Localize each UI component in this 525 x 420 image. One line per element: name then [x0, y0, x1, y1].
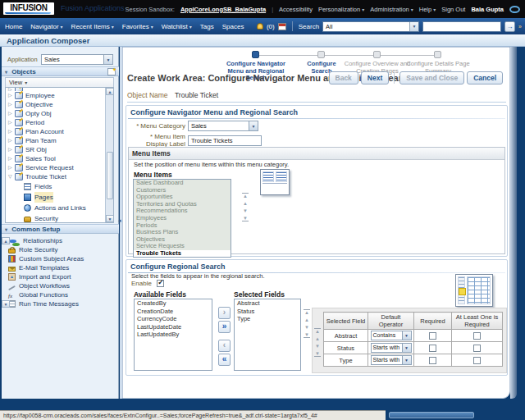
move-to-bottom-icon[interactable]: [304, 332, 310, 338]
menu-category-select[interactable]: Sales: [188, 121, 258, 131]
list-item[interactable]: Custom Subject Areas: [3, 254, 117, 263]
available-fields-list[interactable]: CreatedBy CreationDate CurrencyCode Last…: [134, 299, 212, 371]
expand-icon[interactable]: [8, 109, 15, 118]
common-setup-header[interactable]: Common Setup: [2, 224, 119, 234]
list-item-current[interactable]: Trouble Tickets: [134, 250, 231, 258]
expand-icon[interactable]: [8, 145, 15, 154]
nav-spaces[interactable]: Spaces: [222, 23, 244, 30]
chevron-down-icon[interactable]: [402, 331, 411, 340]
search-go-button[interactable]: [504, 21, 515, 32]
chevron-down-icon[interactable]: [402, 344, 411, 352]
tree-item[interactable]: Service Request: [6, 163, 113, 172]
next-button[interactable]: Next: [361, 71, 389, 84]
move-all-left-button[interactable]: [218, 354, 231, 366]
list-item[interactable]: CreationDate: [135, 308, 212, 316]
required-checkbox[interactable]: [429, 357, 436, 364]
view-menu[interactable]: View: [5, 77, 114, 87]
sign-out-link[interactable]: Sign Out: [441, 6, 465, 13]
chat-icon[interactable]: [509, 6, 520, 13]
list-item[interactable]: Global Functions: [3, 290, 117, 299]
list-item[interactable]: E-Mail Templates: [3, 263, 117, 272]
at-least-one-required-checkbox[interactable]: [473, 345, 481, 352]
nav-home[interactable]: Home: [5, 23, 22, 30]
list-item[interactable]: Relationships: [3, 236, 117, 245]
list-item[interactable]: Object Workflows: [3, 281, 117, 290]
search-scope-select[interactable]: All: [322, 21, 419, 32]
table-row[interactable]: Status Starts with: [324, 342, 503, 354]
table-row[interactable]: Type Starts with: [324, 354, 503, 367]
nav-navigator[interactable]: Navigator: [30, 23, 62, 30]
list-item[interactable]: LastUpdateDate: [135, 323, 212, 331]
at-least-one-required-checkbox[interactable]: [473, 357, 481, 364]
scroll-up-icon[interactable]: [106, 88, 114, 95]
tree-item[interactable]: Plan Team: [6, 136, 113, 145]
tree-item-trouble-ticket[interactable]: Trouble Ticket: [6, 172, 113, 181]
search-input[interactable]: [422, 21, 501, 32]
expand-icon[interactable]: [8, 154, 15, 163]
move-down-icon[interactable]: [242, 208, 249, 213]
chevron-down-icon[interactable]: [249, 121, 258, 130]
session-sandbox-link[interactable]: ApplCoreLongSB_BalaGupta: [180, 6, 266, 13]
list-item[interactable]: Abstract: [235, 299, 300, 308]
move-down-icon[interactable]: [304, 325, 310, 330]
tree-scrollbar[interactable]: [105, 88, 113, 222]
nav-tags[interactable]: Tags: [200, 23, 214, 30]
move-to-bottom-icon[interactable]: [314, 351, 321, 357]
selected-fields-list[interactable]: Abstract Status Type: [234, 299, 301, 371]
advanced-search-icon[interactable]: [518, 24, 522, 30]
tree-item[interactable]: Objective: [6, 100, 113, 109]
default-operator-select[interactable]: Starts with: [371, 343, 412, 353]
scroll-down-icon[interactable]: [106, 215, 114, 222]
collapse-icon[interactable]: [5, 226, 10, 233]
required-checkbox[interactable]: [429, 345, 436, 352]
personalization-menu[interactable]: Personalization: [318, 6, 364, 13]
collapse-icon[interactable]: [8, 172, 15, 181]
tree-item[interactable]: SR Obj: [6, 145, 113, 154]
train-step-2-icon[interactable]: [317, 51, 325, 58]
move-selected-left-button[interactable]: [218, 340, 231, 352]
list-item[interactable]: LastUpdatedBy: [135, 331, 212, 339]
required-checkbox[interactable]: [429, 332, 436, 340]
list-item[interactable]: CurrencyCode: [135, 315, 212, 323]
list-item[interactable]: Status: [235, 308, 300, 316]
calendar-icon[interactable]: [278, 23, 286, 30]
move-up-icon[interactable]: [242, 201, 249, 206]
move-selected-right-button[interactable]: [218, 307, 231, 319]
chevron-down-icon[interactable]: [402, 356, 411, 364]
tree-item[interactable]: Period: [6, 118, 113, 127]
default-operator-select[interactable]: Contains: [371, 331, 412, 340]
list-item[interactable]: CreatedBy: [135, 299, 212, 308]
accessibility-link[interactable]: Accessibility: [279, 6, 313, 13]
list-item[interactable]: Role Security: [3, 245, 117, 254]
expand-icon[interactable]: [8, 100, 15, 109]
help-menu[interactable]: Help: [419, 6, 436, 13]
move-up-icon[interactable]: [314, 336, 321, 341]
administration-menu[interactable]: Administration: [370, 6, 413, 13]
expand-icon[interactable]: [8, 136, 15, 145]
back-button[interactable]: Back: [329, 71, 358, 84]
move-down-icon[interactable]: [314, 344, 321, 349]
tree-item[interactable]: Opty Obj: [6, 109, 113, 118]
enable-checkbox[interactable]: [157, 280, 164, 287]
create-object-icon[interactable]: [107, 68, 116, 75]
move-to-top-icon[interactable]: [242, 193, 249, 199]
train-step-1-icon[interactable]: [252, 51, 259, 58]
tree-item[interactable]: Plan Account: [6, 127, 113, 136]
scrollbar-thumb[interactable]: [107, 152, 113, 199]
objects-panel-header[interactable]: Objects: [2, 66, 119, 76]
list-item[interactable]: Import and Export: [3, 272, 117, 281]
move-to-top-icon[interactable]: [304, 309, 310, 315]
chevron-down-icon[interactable]: [409, 22, 418, 31]
expand-icon[interactable]: [8, 163, 15, 172]
cancel-button[interactable]: Cancel: [467, 71, 503, 84]
move-to-top-icon[interactable]: [314, 328, 321, 334]
tree-child-pages[interactable]: Pages: [6, 192, 113, 203]
move-all-right-button[interactable]: [218, 321, 231, 333]
expand-icon[interactable]: [8, 91, 15, 100]
save-and-close-button[interactable]: Save and Close: [399, 71, 464, 84]
application-select[interactable]: Sales: [41, 54, 113, 65]
move-up-icon[interactable]: [304, 317, 310, 322]
chevron-down-icon[interactable]: [103, 55, 112, 64]
tree-item[interactable]: Employee: [6, 91, 113, 100]
nav-recent-items[interactable]: Recent Items: [71, 23, 114, 30]
